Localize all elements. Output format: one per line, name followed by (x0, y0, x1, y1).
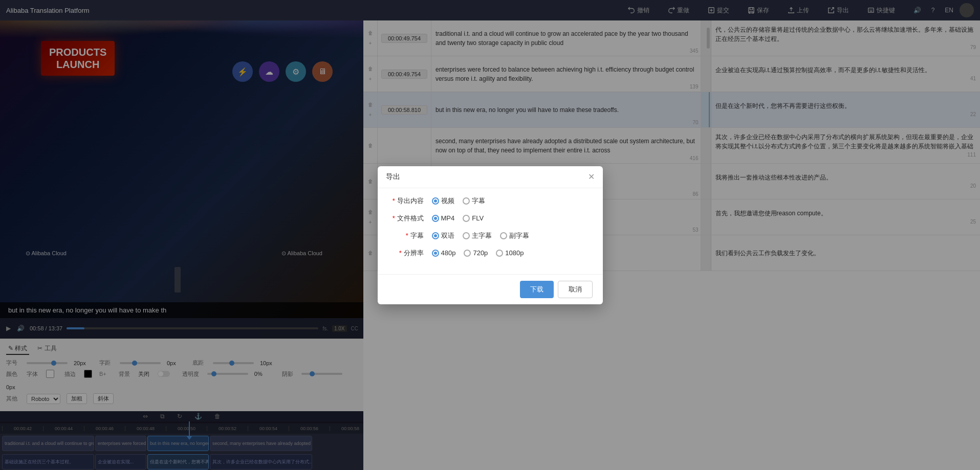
radio-mp4[interactable]: MP4 (432, 214, 455, 222)
resolution-radio-group: 480p 720p 1080p (432, 249, 524, 257)
radio-video[interactable]: 视频 (432, 196, 454, 206)
radio-secondary-sub-circle (500, 232, 507, 239)
format-radio-group: MP4 FLV (432, 214, 484, 222)
modal-row-subtitle: 字幕 双语 主字幕 副字幕 (388, 231, 593, 240)
subtitle-radio-group: 双语 主字幕 副字幕 (432, 231, 529, 240)
content-label: 导出内容 (388, 196, 424, 206)
radio-bilingual[interactable]: 双语 (432, 231, 454, 240)
radio-flv[interactable]: FLV (463, 214, 484, 222)
format-label: 文件格式 (388, 214, 424, 223)
resolution-label: 分辨率 (388, 249, 424, 258)
radio-main-sub[interactable]: 主字幕 (463, 231, 492, 240)
cancel-button[interactable]: 取消 (558, 281, 593, 298)
radio-720p-circle (464, 250, 471, 257)
modal-footer: 下载 取消 (378, 274, 603, 304)
modal-row-content: 导出内容 视频 字幕 (388, 196, 593, 206)
radio-1080p-circle (496, 250, 503, 257)
modal-row-resolution: 分辨率 480p 720p 1080p (388, 249, 593, 258)
modal-overlay[interactable]: 导出 ✕ 导出内容 视频 字幕 文件 (0, 0, 980, 470)
modal-header: 导出 ✕ (378, 166, 603, 188)
radio-main-sub-circle (463, 232, 470, 239)
subtitle-label: 字幕 (388, 231, 424, 240)
content-radio-group: 视频 字幕 (432, 196, 485, 206)
modal-title: 导出 (386, 172, 400, 182)
radio-video-circle (432, 197, 439, 205)
radio-flv-circle (463, 215, 470, 222)
radio-1080p[interactable]: 1080p (496, 249, 524, 257)
radio-subtitle-circle (463, 197, 470, 205)
export-modal: 导出 ✕ 导出内容 视频 字幕 文件 (378, 166, 603, 304)
modal-body: 导出内容 视频 字幕 文件格式 (378, 188, 603, 274)
download-button[interactable]: 下载 (520, 281, 554, 298)
radio-480p-circle (432, 250, 439, 257)
radio-480p[interactable]: 480p (432, 249, 456, 257)
radio-720p[interactable]: 720p (464, 249, 488, 257)
radio-mp4-circle (432, 215, 439, 222)
modal-close-button[interactable]: ✕ (588, 173, 595, 181)
radio-secondary-sub[interactable]: 副字幕 (500, 231, 529, 240)
radio-bilingual-circle (432, 232, 439, 239)
radio-subtitle[interactable]: 字幕 (463, 196, 485, 206)
modal-row-format: 文件格式 MP4 FLV (388, 214, 593, 223)
